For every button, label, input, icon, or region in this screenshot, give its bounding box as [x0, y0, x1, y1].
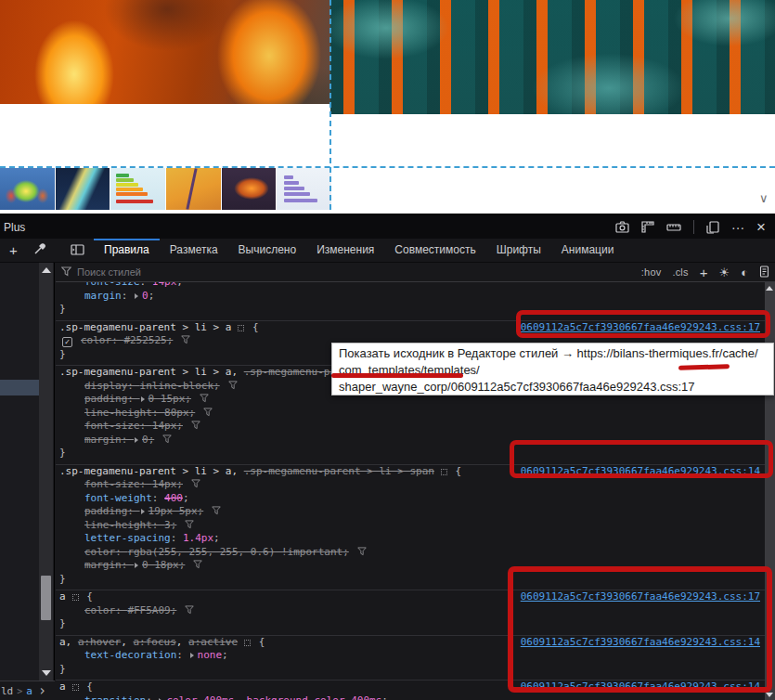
print-media-icon[interactable] — [759, 266, 769, 279]
rulers-icon[interactable] — [641, 221, 654, 233]
thumbnail-energy-chart[interactable] — [110, 168, 165, 210]
eyedropper-icon[interactable] — [33, 242, 45, 259]
menu-icon[interactable]: ··· — [731, 221, 744, 234]
style-filter-bar: Поиск стилей :hov .cls + ☀ ◐ — [56, 263, 775, 282]
tab-Совместимость[interactable]: Совместимость — [384, 239, 485, 262]
css-selector[interactable]: 0609112a5c7cf3930667faa46e929243.css:17.… — [56, 321, 765, 335]
tab-Изменения[interactable]: Изменения — [306, 239, 384, 262]
add-rule-button[interactable]: + — [700, 265, 708, 280]
css-declaration[interactable]: margin: 0; — [56, 290, 765, 304]
page-scroll-down-icon[interactable]: ∨ — [759, 191, 769, 205]
expand-value-icon[interactable] — [141, 509, 145, 514]
css-declaration[interactable]: color: #FF5A09; — [56, 604, 765, 618]
overridden-filter-icon[interactable] — [185, 605, 194, 615]
stylesheet-source-link[interactable]: 0609112a5c7cf3930667faa46e929243.css:14 — [521, 681, 760, 694]
stylesheet-source-link[interactable]: 0609112a5c7cf3930667faa46e929243.css:17 — [521, 321, 760, 335]
overridden-filter-icon[interactable] — [191, 479, 200, 488]
css-declaration[interactable]: letter-spacing: 1.4px; — [56, 532, 765, 546]
css-selector[interactable]: 0609112a5c7cf3930667faa46e929243.css:17a… — [56, 590, 765, 604]
stylesheet-source-link[interactable]: 0609112a5c7cf3930667faa46e929243.css:14 — [521, 636, 760, 650]
css-declaration[interactable]: padding: 19px 5px; — [56, 505, 765, 519]
scroll-up-icon[interactable] — [766, 286, 773, 291]
class-toggle-button[interactable]: .cls — [672, 266, 688, 278]
selector-highlighter-icon[interactable] — [238, 325, 244, 331]
tab-Шрифты[interactable]: Шрифты — [486, 239, 551, 262]
css-declaration[interactable]: font-size: 14px; — [56, 420, 765, 434]
titlebar-separator — [693, 220, 694, 234]
css-selector[interactable]: 0609112a5c7cf3930667faa46e929243.css:14a… — [56, 636, 765, 650]
rule-closing-brace: } — [56, 663, 765, 677]
pseudo-class-hover-button[interactable]: :hov — [641, 266, 662, 278]
collapse-pane-icon[interactable] — [71, 242, 84, 259]
css-declaration[interactable]: text-decoration: none; — [56, 649, 765, 663]
css-declaration[interactable]: font-size: 14px; — [56, 282, 765, 290]
declaration-checkbox[interactable]: ✓ — [62, 337, 72, 347]
expand-value-icon[interactable] — [141, 396, 145, 402]
overridden-filter-icon[interactable] — [185, 520, 194, 529]
thumbnail-thermal-roof[interactable] — [56, 168, 110, 210]
overridden-filter-icon[interactable] — [212, 506, 221, 515]
light-mode-icon[interactable]: ☀ — [718, 266, 730, 279]
expand-value-icon[interactable] — [135, 563, 138, 568]
dark-mode-icon[interactable]: ◐ — [741, 266, 748, 279]
search-input[interactable]: Поиск стилей — [77, 266, 141, 278]
markup-scrollbar[interactable] — [39, 263, 53, 681]
overridden-filter-icon[interactable] — [162, 434, 172, 444]
close-icon[interactable]: × — [756, 221, 766, 234]
measure-icon[interactable] — [666, 223, 681, 232]
css-declaration[interactable]: transition: color 400ms, background-colo… — [56, 694, 765, 700]
scroll-up-icon[interactable] — [42, 267, 51, 273]
css-rule: 0609112a5c7cf3930667faa46e929243.css:14a… — [56, 681, 765, 700]
tab-Вычислено[interactable]: Вычислено — [228, 239, 307, 262]
css-declaration[interactable]: line-height: 80px; — [56, 407, 765, 421]
breadcrumb-chevron-icon[interactable]: › — [38, 682, 46, 699]
expand-value-icon[interactable] — [135, 437, 138, 443]
expand-value-icon[interactable] — [135, 293, 138, 299]
overridden-filter-icon[interactable] — [181, 335, 190, 344]
tab-Правила[interactable]: Правила — [94, 239, 160, 262]
thumbnail-thermal-building[interactable] — [0, 168, 55, 210]
energy-bar — [116, 174, 129, 177]
scroll-down-icon[interactable] — [42, 670, 51, 676]
screenshot-icon[interactable] — [615, 221, 629, 233]
markup-selected-row[interactable] — [0, 380, 40, 395]
responsive-mode-icon[interactable] — [706, 221, 719, 234]
overridden-filter-icon[interactable] — [191, 421, 200, 430]
add-node-icon[interactable]: + — [9, 242, 18, 258]
selector-highlighter-icon[interactable] — [72, 594, 79, 601]
stylesheet-source-link[interactable]: 0609112a5c7cf3930667faa46e929243.css:14 — [521, 465, 760, 479]
tab-Разметка[interactable]: Разметка — [160, 239, 228, 262]
thumbnail-stats-chart[interactable] — [277, 168, 331, 210]
overridden-filter-icon[interactable] — [200, 394, 209, 403]
overridden-filter-icon[interactable] — [193, 560, 202, 569]
stat-bar — [284, 187, 304, 190]
selector-highlighter-icon[interactable] — [441, 469, 447, 475]
breadcrumb-item-selected[interactable]: a — [26, 685, 32, 697]
css-declaration[interactable]: color: rgba(255, 255, 255, 0.6) !importa… — [56, 546, 765, 560]
expand-value-icon[interactable] — [190, 653, 194, 658]
css-declaration[interactable]: font-weight: 400; — [56, 492, 765, 506]
css-selector[interactable]: 0609112a5c7cf3930667faa46e929243.css:14.… — [56, 465, 765, 479]
css-declaration[interactable]: font-size: 14px; — [56, 478, 765, 492]
css-declaration[interactable]: line-height: 3; — [56, 519, 765, 533]
overridden-filter-icon[interactable] — [203, 408, 213, 417]
breadcrumb-item[interactable]: ld — [1, 685, 13, 697]
thumbnail-thermal-glow[interactable] — [222, 168, 277, 210]
devtools-titlebar: Plus ··· — [0, 215, 775, 239]
css-declaration[interactable]: margin: 0; — [56, 434, 765, 447]
breadcrumb: ld > a › — [0, 681, 55, 700]
thumbnail-thermal-wall[interactable] — [166, 168, 221, 210]
overridden-filter-icon[interactable] — [357, 547, 367, 556]
tooltip-line: shaper_wayne_corp/0609112a5c7cf3930667fa… — [339, 379, 767, 395]
selector-highlighter-icon[interactable] — [72, 684, 79, 691]
overridden-filter-icon[interactable] — [228, 381, 238, 390]
selector-highlighter-icon[interactable] — [244, 640, 251, 646]
stylesheet-source-link[interactable]: 0609112a5c7cf3930667faa46e929243.css:17 — [521, 590, 760, 604]
css-selector[interactable]: 0609112a5c7cf3930667faa46e929243.css:14a… — [56, 681, 765, 694]
scroll-down-icon[interactable] — [766, 693, 773, 697]
tab-Анимации[interactable]: Анимации — [551, 239, 625, 262]
scrollbar-thumb[interactable] — [41, 576, 51, 620]
thermal-photo-right — [330, 0, 775, 114]
css-declaration[interactable]: margin: 0 18px; — [56, 559, 765, 573]
energy-bar — [116, 200, 153, 203]
